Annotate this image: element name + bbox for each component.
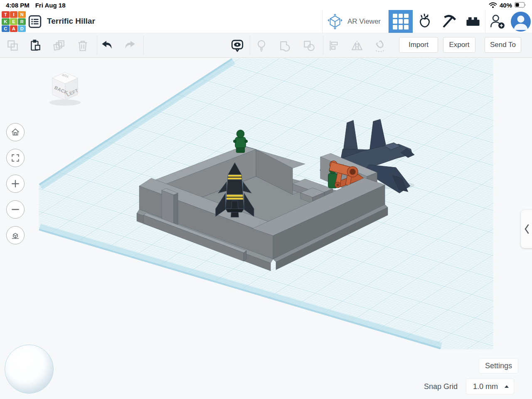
edit-toolbar: Import Export Send To [0, 33, 532, 58]
status-date: Fri Aug 18 [35, 2, 66, 9]
falling-apple-icon [416, 13, 433, 30]
logo-tile: N [18, 11, 26, 18]
ungroup-button[interactable] [300, 36, 319, 55]
tinkercad-logo[interactable]: T I N K E R C A D [2, 11, 26, 32]
logo-tile: A [10, 25, 18, 32]
redo-icon [123, 39, 137, 53]
person-add-icon [489, 13, 506, 30]
wifi-icon [489, 2, 497, 8]
home-icon [10, 127, 21, 138]
group-button[interactable] [276, 36, 295, 55]
divider [323, 36, 323, 55]
lightbulb-icon [255, 39, 268, 52]
export-button[interactable]: Export [443, 37, 475, 53]
ar-viewer-button[interactable]: AR Viewer [323, 10, 388, 33]
user-avatar [510, 11, 531, 32]
copy-icon [6, 39, 20, 52]
ios-status-bar: 4:08 PM Fri Aug 18 40% [0, 0, 532, 10]
3d-viewport[interactable]: TOP BACK LEFT Settings Snap Grid 1.0 mm [0, 58, 532, 399]
minecraft-export-button[interactable] [437, 10, 461, 33]
fit-view-icon [10, 153, 21, 163]
zoom-out-button[interactable] [6, 200, 25, 219]
duplicate-button[interactable] [49, 36, 69, 55]
home-view-button[interactable] [6, 123, 25, 141]
battery-icon [515, 2, 526, 8]
ungroup-icon [303, 39, 316, 52]
design-title[interactable]: Terrific Hillar [47, 17, 95, 26]
lego-brick-icon [465, 13, 481, 30]
align-button[interactable] [324, 36, 343, 55]
account-menu-button[interactable] [510, 10, 532, 33]
delete-button[interactable] [73, 36, 92, 55]
import-button[interactable]: Import [399, 37, 438, 53]
trash-icon [76, 39, 89, 52]
paste-icon [29, 39, 42, 52]
panel-expand-tab[interactable] [521, 210, 532, 248]
logo-tile: C [2, 25, 10, 32]
collaborate-button[interactable] [485, 10, 510, 33]
brick-export-button[interactable] [461, 10, 485, 33]
ar-cube-icon [327, 13, 343, 30]
scene-canvas[interactable]: TOP BACK LEFT [0, 58, 532, 399]
plus-icon [10, 178, 21, 189]
workplane-magnet-button[interactable] [371, 36, 390, 55]
orbit-sphere-control[interactable] [5, 345, 54, 394]
list-icon [28, 15, 42, 29]
ar-viewer-label: AR Viewer [347, 17, 381, 26]
grid-icon [393, 14, 409, 30]
hide-button[interactable] [252, 36, 271, 55]
minus-icon [10, 204, 21, 215]
logo-tile: K [2, 18, 10, 25]
align-icon [327, 39, 340, 52]
copy-button[interactable] [3, 36, 22, 55]
group-icon [278, 39, 292, 52]
logo-tile: D [18, 25, 26, 32]
settings-button[interactable]: Settings [479, 358, 518, 374]
magnet-icon [374, 39, 387, 52]
sim-lab-button[interactable] [413, 10, 437, 33]
pickaxe-icon [440, 13, 458, 30]
snap-grid-value: 1.0 mm [473, 382, 498, 391]
divider [250, 36, 250, 55]
undo-icon [100, 39, 114, 53]
snap-grid-dropdown[interactable]: 1.0 mm [466, 379, 514, 394]
show-all-button[interactable] [228, 36, 247, 55]
fit-view-button[interactable] [6, 149, 25, 167]
redo-button[interactable] [121, 36, 140, 55]
logo-tile: E [10, 18, 18, 25]
chevron-up-icon [505, 385, 509, 388]
mirror-icon [350, 39, 364, 52]
send-to-button[interactable]: Send To [485, 37, 521, 53]
eye-bubble-icon [230, 39, 244, 53]
battery-percent: 40% [500, 2, 512, 9]
duplicate-icon [52, 39, 66, 52]
divider [143, 36, 144, 55]
snap-grid-label: Snap Grid [424, 382, 458, 391]
status-time: 4:08 PM [6, 2, 30, 9]
view-cube[interactable]: TOP BACK LEFT [49, 72, 81, 106]
chevron-left-icon [524, 224, 530, 234]
mirror-button[interactable] [347, 36, 367, 55]
logo-tile: I [10, 11, 18, 18]
3d-design-mode-button[interactable] [389, 10, 413, 33]
logo-tile: T [2, 11, 10, 18]
logo-tile: R [18, 18, 26, 25]
zoom-in-button[interactable] [6, 175, 25, 193]
ortho-view-button[interactable] [6, 226, 25, 244]
app-header: T I N K E R C A D Terrific Hillar [0, 10, 532, 33]
design-menu-button[interactable] [27, 14, 42, 29]
perspective-box-icon [10, 230, 21, 241]
undo-button[interactable] [97, 36, 116, 55]
paste-button[interactable] [26, 36, 45, 55]
